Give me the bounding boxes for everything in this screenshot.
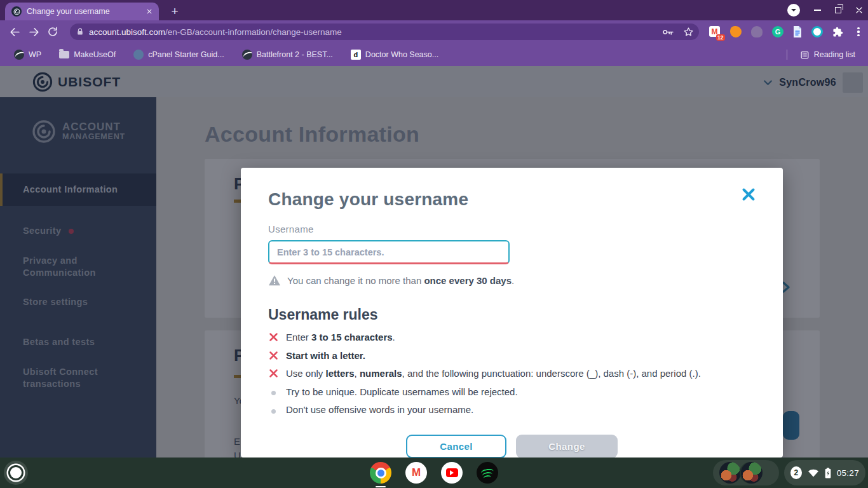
browser-profile-icon[interactable] bbox=[787, 4, 800, 17]
reload-icon[interactable] bbox=[43, 22, 62, 41]
cooldown-warning: You can change it no more than once ever… bbox=[268, 274, 514, 286]
chromeos-shelf: M 2 05:27 bbox=[0, 458, 868, 488]
url-domain: account.ubisoft.com bbox=[89, 27, 165, 37]
new-tab-button[interactable]: + bbox=[166, 3, 183, 20]
rules-title: Username rules bbox=[268, 306, 378, 323]
cancel-button[interactable]: Cancel bbox=[406, 435, 506, 458]
bookmarks-bar: WP MakeUseOf cPanel Starter Guid... Batt… bbox=[0, 43, 868, 66]
docs-extension-icon[interactable] bbox=[793, 26, 802, 37]
spotify-app-icon[interactable] bbox=[477, 462, 498, 484]
screen: Change your username + bbox=[0, 0, 868, 488]
rules-list: Enter 3 to 15 characters. Start with a l… bbox=[268, 332, 757, 423]
grammarly-extension-icon[interactable]: G bbox=[772, 26, 783, 37]
globe-icon bbox=[242, 50, 252, 60]
bookmark-wp[interactable]: WP bbox=[8, 46, 48, 63]
minimize-icon[interactable] bbox=[814, 10, 821, 11]
gmail-extension-icon[interactable]: M 12 bbox=[709, 26, 721, 37]
loom-extension-icon[interactable] bbox=[811, 26, 823, 37]
reading-list-icon bbox=[800, 50, 810, 60]
password-key-icon[interactable] bbox=[662, 28, 674, 36]
launcher-button[interactable] bbox=[4, 461, 28, 485]
url-text: account.ubisoft.com/en-GB/account-inform… bbox=[89, 27, 342, 37]
ubisoft-account-page: UBISOFT SynCrow96 ACCOUNTMANAGEMENT Acco… bbox=[0, 66, 868, 458]
change-username-modal: Change your username Username You can ch… bbox=[241, 168, 783, 458]
browser-toolbar: account.ubisoft.com/en-GB/account-inform… bbox=[0, 20, 868, 43]
clock: 05:27 bbox=[837, 468, 859, 478]
status-tray[interactable]: 2 05:27 bbox=[784, 460, 865, 485]
wifi-icon bbox=[808, 468, 819, 477]
divider bbox=[787, 50, 787, 60]
tab-close-icon[interactable] bbox=[146, 8, 153, 15]
back-icon[interactable] bbox=[5, 22, 24, 41]
reading-list-button[interactable]: Reading list bbox=[794, 46, 862, 63]
folder-icon bbox=[59, 51, 69, 58]
rule-start-letter: Start with a letter. bbox=[268, 350, 757, 361]
extensions-area: M 12 G bbox=[709, 20, 864, 43]
address-bar[interactable]: account.ubisoft.com/en-GB/account-inform… bbox=[70, 24, 699, 40]
gray-bullet-icon bbox=[268, 405, 278, 415]
dimmed-extension-icon[interactable] bbox=[751, 26, 763, 37]
bookmark-cpanel[interactable]: cPanel Starter Guid... bbox=[127, 46, 231, 63]
avatar bbox=[741, 462, 763, 484]
bookmark-battlefront[interactable]: Battlefront 2 - BEST... bbox=[236, 46, 339, 63]
browser-tab[interactable]: Change your username bbox=[5, 3, 159, 20]
rule-length: Enter 3 to 15 characters. bbox=[268, 332, 757, 342]
bookmark-doctor-who[interactable]: d Doctor Who Seaso... bbox=[344, 46, 445, 63]
red-x-icon bbox=[268, 369, 278, 379]
modal-close-icon[interactable] bbox=[740, 186, 757, 203]
gmail-app-icon[interactable]: M bbox=[405, 462, 427, 484]
window-controls bbox=[787, 0, 863, 20]
cpanel-icon bbox=[133, 50, 144, 60]
forward-icon[interactable] bbox=[24, 22, 43, 41]
browser-menu-kebab-icon[interactable] bbox=[853, 27, 864, 37]
youtube-app-icon[interactable] bbox=[441, 462, 463, 484]
notification-count-badge: 2 bbox=[790, 466, 802, 479]
rule-unique: Try to be unique. Duplicate usernames wi… bbox=[268, 386, 757, 397]
change-button[interactable]: Change bbox=[516, 435, 618, 458]
restore-icon[interactable] bbox=[835, 7, 841, 13]
url-path: /en-GB/account-information/change-userna… bbox=[165, 27, 342, 37]
globe-icon bbox=[14, 50, 24, 60]
warning-triangle-icon bbox=[268, 274, 281, 286]
tab-title: Change your username bbox=[27, 7, 141, 16]
modal-title: Change your username bbox=[268, 189, 468, 210]
shelf-avatars[interactable] bbox=[713, 460, 779, 485]
username-label: Username bbox=[268, 224, 314, 234]
tab-strip: Change your username + bbox=[0, 0, 868, 20]
gray-bullet-icon bbox=[268, 386, 278, 396]
battery-icon bbox=[825, 468, 831, 478]
red-x-icon bbox=[268, 350, 278, 360]
extensions-puzzle-icon[interactable] bbox=[832, 27, 843, 37]
lock-icon[interactable] bbox=[76, 27, 84, 36]
bookmark-star-icon[interactable] bbox=[683, 27, 694, 37]
username-input[interactable] bbox=[268, 240, 510, 264]
bookmark-folder-makeuseof[interactable]: MakeUseOf bbox=[53, 46, 122, 63]
ubisoft-favicon-icon bbox=[11, 6, 22, 17]
chrome-app-icon[interactable] bbox=[370, 462, 391, 484]
rule-characters: Use only letters, numerals, and the foll… bbox=[268, 368, 757, 379]
avatar bbox=[719, 462, 741, 484]
honey-extension-icon[interactable] bbox=[730, 26, 742, 37]
window-close-icon[interactable] bbox=[855, 6, 863, 14]
rule-offensive: Don't use offensive words in your userna… bbox=[268, 404, 757, 415]
gmail-badge: 12 bbox=[716, 34, 725, 41]
d-icon: d bbox=[351, 50, 361, 60]
red-x-icon bbox=[268, 332, 278, 342]
